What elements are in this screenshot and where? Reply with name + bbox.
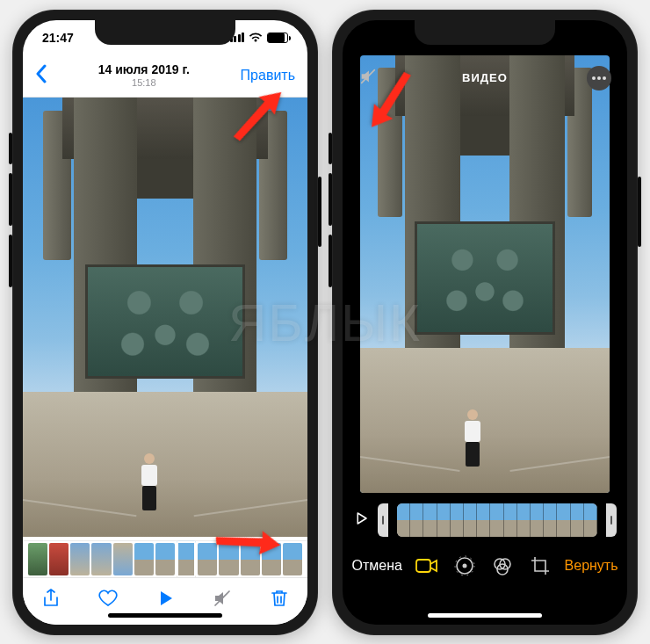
timeline-frame[interactable]: [531, 503, 544, 537]
timeline-play-button[interactable]: [353, 510, 369, 530]
timeline-frame[interactable]: [544, 503, 557, 537]
thumbnail[interactable]: [155, 543, 175, 575]
like-button[interactable]: [97, 587, 119, 610]
timeline-frame[interactable]: [517, 503, 531, 537]
home-indicator[interactable]: [428, 613, 542, 618]
timeline-frame[interactable]: [504, 503, 517, 537]
mute-icon: [358, 67, 378, 86]
thumbnail[interactable]: [262, 543, 281, 575]
phone-left: 21:47 14 июля 2019 г. 15:18 Править: [12, 10, 318, 635]
home-indicator[interactable]: [108, 613, 222, 618]
nav-bar: 14 июля 2019 г. 15:18 Править: [23, 55, 307, 98]
back-button[interactable]: [35, 62, 47, 90]
cancel-button[interactable]: Отмена: [351, 558, 401, 574]
delete-button[interactable]: [268, 587, 291, 610]
crop-icon: [530, 555, 551, 576]
phone-right: ВИДЕО Отмена: [332, 10, 638, 635]
scene-illustration: [360, 55, 610, 493]
screen-right: ВИДЕО Отмена: [343, 20, 627, 625]
ellipsis-icon: [592, 76, 606, 80]
video-preview[interactable]: [23, 98, 307, 537]
mute-icon: [212, 588, 233, 609]
editor-title: ВИДЕО: [343, 71, 627, 84]
filters-icon: [492, 555, 513, 576]
play-button[interactable]: [154, 587, 177, 610]
wifi-icon: [249, 33, 263, 43]
svg-point-1: [597, 76, 601, 80]
trim-start-handle[interactable]: [378, 503, 388, 537]
editor-topbar: ВИДЕО: [343, 59, 627, 98]
timeline-frames[interactable]: [397, 503, 597, 537]
svg-rect-3: [416, 560, 430, 572]
timeline-frame[interactable]: [437, 503, 451, 537]
revert-button[interactable]: Вернуть: [565, 558, 618, 574]
thumbnail[interactable]: [91, 543, 111, 575]
thumbnail[interactable]: [177, 540, 196, 576]
tool-crop[interactable]: [527, 553, 553, 579]
timeline-frame[interactable]: [477, 503, 490, 537]
thumbnail[interactable]: [198, 543, 217, 575]
trash-icon: [269, 588, 290, 609]
svg-point-2: [603, 76, 606, 80]
share-button[interactable]: [40, 587, 62, 610]
svg-point-5: [462, 563, 466, 568]
svg-point-0: [592, 76, 596, 80]
timeline-frame[interactable]: [571, 503, 584, 537]
notch: [95, 20, 235, 45]
status-time: 21:47: [42, 31, 74, 45]
status-indicators: [230, 33, 289, 43]
battery-icon: [267, 33, 288, 43]
thumbnail[interactable]: [134, 543, 154, 575]
thumbnail[interactable]: [28, 543, 47, 575]
timeline-frame[interactable]: [410, 503, 423, 537]
timeline-frame[interactable]: [490, 503, 503, 537]
play-icon: [155, 588, 176, 609]
notch: [415, 20, 555, 45]
thumbnail[interactable]: [70, 543, 90, 575]
timeline-frame[interactable]: [464, 503, 477, 537]
thumbnail[interactable]: [241, 543, 260, 575]
heart-icon: [98, 588, 119, 609]
timeline-frame[interactable]: [557, 503, 570, 537]
adjust-icon: [454, 555, 475, 576]
editor-preview[interactable]: [360, 55, 610, 493]
timeline-frame[interactable]: [584, 503, 597, 537]
timeline-frame[interactable]: [423, 503, 437, 537]
nav-subtime: 15:18: [98, 77, 190, 89]
editor-toolbar: Отмена Вернуть: [343, 546, 627, 586]
mute-button[interactable]: [211, 587, 234, 610]
tool-video[interactable]: [414, 553, 440, 579]
nav-title: 14 июля 2019 г. 15:18: [98, 62, 190, 89]
thumbnail[interactable]: [219, 543, 238, 575]
thumbnail[interactable]: [283, 543, 302, 575]
screen-left: 21:47 14 июля 2019 г. 15:18 Править: [23, 20, 307, 625]
video-icon: [415, 557, 438, 575]
tool-adjust[interactable]: [451, 553, 478, 579]
mute-toggle[interactable]: [358, 67, 378, 90]
timeline-frame[interactable]: [397, 503, 410, 537]
thumbnail[interactable]: [49, 543, 69, 575]
timeline-frame[interactable]: [451, 503, 464, 537]
share-icon: [40, 588, 61, 609]
trim-end-handle[interactable]: [606, 503, 617, 537]
video-timeline[interactable]: [343, 502, 627, 539]
chevron-left-icon: [35, 64, 47, 83]
thumbnail[interactable]: [113, 543, 133, 575]
more-button[interactable]: [587, 66, 611, 90]
scene-illustration: [23, 98, 307, 537]
tool-filters[interactable]: [489, 553, 516, 579]
nav-date: 14 июля 2019 г.: [98, 62, 190, 77]
thumbnail-strip[interactable]: [23, 540, 307, 577]
edit-button[interactable]: Править: [241, 68, 295, 83]
play-icon: [353, 510, 369, 526]
